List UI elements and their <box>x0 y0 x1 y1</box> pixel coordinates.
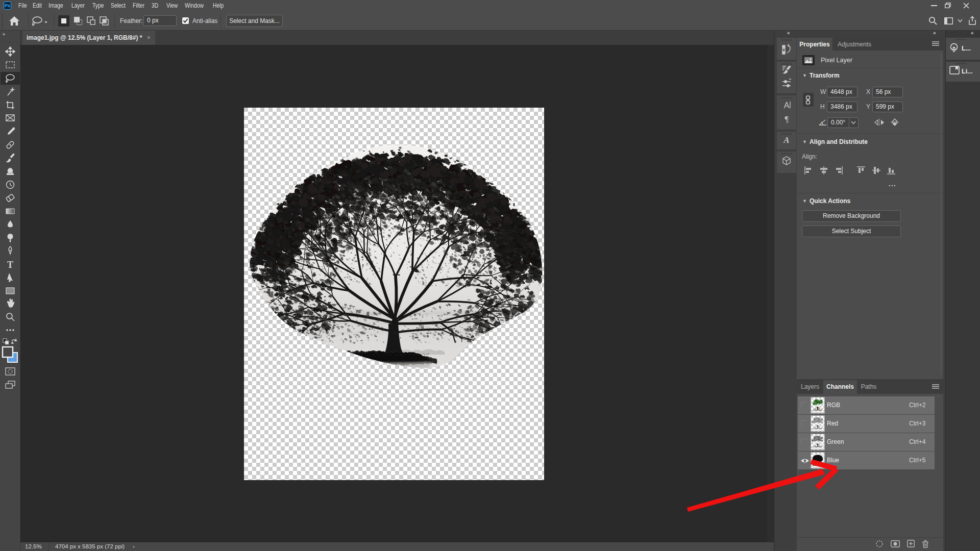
svg-text:»: » <box>3 32 5 37</box>
svg-text:A: A <box>784 101 790 110</box>
svg-text:A: A <box>783 135 789 145</box>
svg-text:T: T <box>7 260 13 270</box>
svg-text:¶: ¶ <box>785 115 789 123</box>
